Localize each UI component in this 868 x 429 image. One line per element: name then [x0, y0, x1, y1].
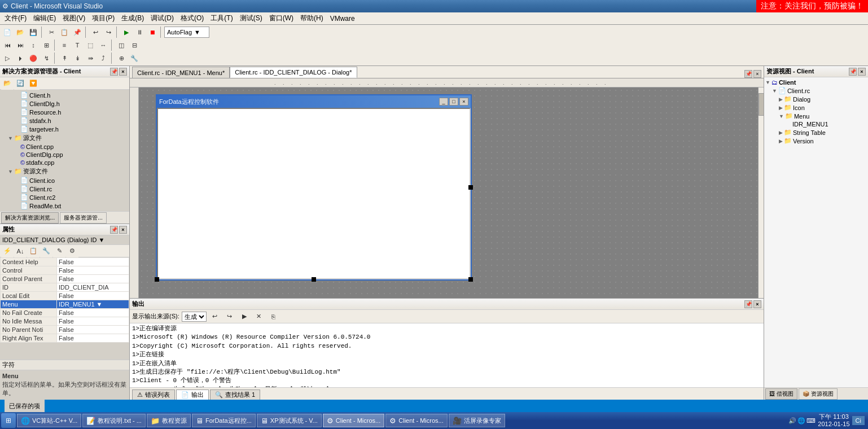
ci-button[interactable]: Ci: [852, 416, 865, 425]
tb-cut[interactable]: ✂: [45, 26, 58, 38]
canvas-scrollbar-v[interactable]: [758, 87, 764, 298]
resource-tree-item[interactable]: ▼📄Client.rc: [765, 86, 867, 95]
menu-test[interactable]: 测试(S): [236, 12, 266, 24]
editor-tab-dialog[interactable]: Client.rc - IDD_CLIENT_DIALOG - Dialog*: [230, 67, 357, 78]
tb-c7[interactable]: ⇛: [84, 52, 97, 64]
props-row[interactable]: IDIDD_CLIENT_DIA: [1, 283, 129, 292]
output-tb5[interactable]: ⎘: [268, 310, 280, 323]
dialog-minimize-btn[interactable]: _: [439, 98, 448, 106]
resource-tree-item[interactable]: ▶📁Version: [765, 137, 867, 145]
output-tab-errors[interactable]: ⚠ 错误列表: [132, 389, 175, 400]
props-value[interactable]: False: [57, 326, 129, 334]
scrollbar-thumb-v[interactable]: [759, 93, 764, 116]
menu-help[interactable]: 帮助(H): [297, 12, 327, 24]
tb-paste[interactable]: 📌: [71, 26, 84, 38]
resource-tree-item[interactable]: ▼📁Menu: [765, 112, 867, 120]
props-row[interactable]: No Fail CreateFalse: [1, 309, 129, 317]
props-pin-btn[interactable]: 📌: [110, 226, 118, 234]
solution-footer-tab1[interactable]: 解决方案资源浏览...: [1, 212, 59, 224]
tb-c3[interactable]: 🔴: [27, 52, 40, 64]
taskbar-item[interactable]: ⚙Client - Micros...: [385, 414, 447, 427]
solution-tree-item[interactable]: 📄Client.h: [1, 91, 128, 99]
resource-tree-item[interactable]: IDR_MENU1: [765, 120, 867, 128]
sol-tb2[interactable]: 🔄: [14, 77, 27, 90]
solution-pin-btn[interactable]: 📌: [110, 68, 118, 76]
solution-tree-item[interactable]: 📄ClientDlg.h: [1, 99, 128, 108]
props-value[interactable]: False: [57, 317, 129, 326]
rv-footer-tab2[interactable]: 📦 资源视图: [799, 388, 838, 400]
tb-stop[interactable]: ⏹: [146, 26, 159, 38]
tb-b9[interactable]: ◫: [115, 39, 128, 51]
editor-pin-btn[interactable]: 📌: [744, 70, 752, 78]
tb-b4[interactable]: ⊞: [40, 39, 52, 51]
tb-c2[interactable]: ⏵: [14, 52, 27, 64]
output-close-btn[interactable]: ×: [753, 300, 761, 308]
editor-close-btn[interactable]: ×: [753, 70, 761, 78]
output-tab-find[interactable]: 🔍 查找结果 1: [210, 389, 260, 400]
tb-b10[interactable]: ⊟: [128, 39, 141, 51]
start-button[interactable]: ⊞: [1, 413, 16, 428]
rv-pin-btn[interactable]: 📌: [849, 68, 857, 76]
dialog-close-btn[interactable]: ×: [459, 98, 468, 106]
props-row[interactable]: ControlFalse: [1, 266, 129, 275]
rv-close-btn[interactable]: ×: [858, 68, 866, 76]
props-close-btn[interactable]: ×: [119, 226, 127, 234]
dialog-body[interactable]: [157, 108, 471, 279]
menu-vmware[interactable]: VMware: [327, 14, 358, 24]
output-tab-output[interactable]: 📄 输出: [176, 389, 209, 400]
tb-c8[interactable]: ⤴: [97, 52, 109, 64]
solution-tree-item[interactable]: ©stdafx.cpp: [1, 159, 128, 167]
resize-bottom-left[interactable]: [155, 277, 159, 282]
menu-edit[interactable]: 编辑(E): [30, 12, 59, 24]
props-tb6[interactable]: ⚙: [66, 245, 78, 257]
props-row[interactable]: No Idle MessaFalse: [1, 317, 129, 326]
taskbar-item[interactable]: 🖥ForData远程控...: [192, 414, 256, 427]
taskbar-item[interactable]: 📝教程说明.txt - ...: [82, 414, 146, 427]
props-tb4[interactable]: 🔧: [40, 245, 52, 257]
dialog-canvas[interactable]: ForData远程控制软件 _ □ ×: [139, 87, 764, 298]
solution-close-btn[interactable]: ×: [119, 68, 127, 76]
tb-open[interactable]: 📂: [14, 26, 27, 38]
taskbar-item[interactable]: ⚙Client - Micros...: [323, 414, 384, 427]
menu-project[interactable]: 项目(P): [89, 12, 118, 24]
output-pin-btn[interactable]: 📌: [744, 300, 752, 308]
tb-new[interactable]: 📄: [1, 26, 14, 38]
menu-build[interactable]: 生成(B): [118, 12, 147, 24]
taskbar-item[interactable]: 🌐VC算站-C++ V...: [17, 414, 81, 427]
props-value[interactable]: IDR_MENU1 ▼: [57, 300, 129, 309]
autoflag-dropdown[interactable]: AutoFlag ▼: [164, 27, 209, 38]
solution-tree-item[interactable]: ©ClientDlg.cpp: [1, 151, 128, 159]
menu-tools[interactable]: 工具(T): [207, 12, 236, 24]
tb-redo[interactable]: ↪: [102, 26, 115, 38]
props-tb3[interactable]: 📋: [27, 245, 40, 257]
solution-tree-item[interactable]: ©Client.cpp: [1, 143, 128, 151]
menu-window[interactable]: 窗口(W): [266, 12, 297, 24]
tb-c1[interactable]: ▷: [1, 52, 14, 64]
taskbar-item[interactable]: 📁教程资源: [147, 414, 191, 427]
resize-bottom-right[interactable]: [468, 277, 473, 282]
tb-c4[interactable]: ↯: [40, 52, 52, 64]
solution-tree-item[interactable]: ▼📁源文件: [1, 133, 128, 143]
menu-file[interactable]: 文件(F): [1, 12, 30, 24]
output-tb1[interactable]: ↩: [209, 310, 221, 323]
output-tb3[interactable]: ▶: [238, 310, 251, 323]
props-value[interactable]: False: [57, 292, 129, 300]
menu-debug[interactable]: 调试(D): [147, 12, 177, 24]
solution-tree-item[interactable]: 📄stdafx.h: [1, 116, 128, 125]
tb-run[interactable]: ▶: [120, 26, 133, 38]
props-row[interactable]: No Parent NotiFalse: [1, 326, 129, 334]
props-value[interactable]: False: [57, 266, 129, 275]
solution-tree-item[interactable]: 📄Resource.h: [1, 108, 128, 116]
menu-format[interactable]: 格式(O): [177, 12, 207, 24]
props-value[interactable]: False: [57, 334, 129, 343]
tb-c9[interactable]: ⊕: [115, 52, 128, 64]
tb-c10[interactable]: 🔧: [128, 52, 141, 64]
tb-pause[interactable]: ⏸: [133, 26, 146, 38]
resize-bottom-center[interactable]: [312, 277, 316, 282]
tb-b5[interactable]: ≡: [58, 39, 71, 51]
props-value[interactable]: False: [57, 275, 129, 283]
props-row[interactable]: Control ParentFalse: [1, 275, 129, 283]
props-value[interactable]: False: [57, 309, 129, 317]
taskbar-item[interactable]: 🖥XP测试系统 - V...: [257, 414, 322, 427]
tb-c5[interactable]: ↟: [58, 52, 71, 64]
